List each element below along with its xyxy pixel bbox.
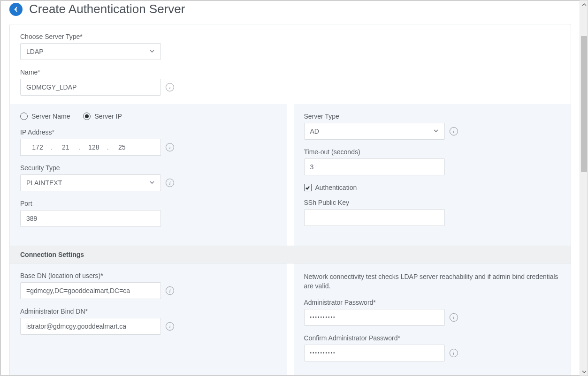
port-label: Port	[20, 200, 277, 207]
page-title: Create Authentication Server	[29, 2, 185, 16]
info-icon[interactable]: i	[166, 322, 174, 331]
binddn-label: Administrator Bind DN*	[20, 308, 277, 315]
confirm-pw-label: Confirm Administrator Password*	[304, 334, 561, 342]
arrow-left-icon	[12, 6, 20, 13]
info-icon[interactable]: i	[166, 286, 174, 295]
ip-address-input[interactable]: . . .	[20, 139, 161, 156]
server-type2-select[interactable]: AD	[304, 123, 445, 140]
name-label: Name*	[20, 68, 560, 76]
basedn-input[interactable]	[20, 282, 161, 299]
info-icon[interactable]: i	[166, 83, 174, 91]
server-type2-label: Server Type	[304, 113, 561, 120]
security-type-select[interactable]: PLAINTEXT	[20, 174, 161, 191]
authentication-label: Authentication	[315, 184, 357, 191]
server-type-select[interactable]: LDAP	[20, 43, 161, 60]
basedn-label: Base DN (location of users)*	[20, 272, 277, 279]
ip-octet-2[interactable]	[54, 143, 77, 151]
conn-right-panel: Network connectivity test checks LDAP se…	[294, 263, 571, 376]
admin-pw-label: Administrator Password*	[304, 299, 561, 306]
ip-octet-3[interactable]	[83, 143, 105, 151]
connection-settings-header: Connection Settings	[10, 246, 571, 263]
security-type-label: Security Type	[20, 164, 277, 172]
radio-server-name[interactable]: Server Name	[20, 113, 70, 120]
right-panel: Server Type AD i Time-out	[294, 104, 571, 246]
info-icon[interactable]: i	[166, 179, 174, 187]
ip-octet-1[interactable]	[26, 143, 49, 151]
info-icon[interactable]: i	[450, 313, 458, 322]
chevron-down-icon	[433, 128, 439, 135]
server-type-value: LDAP	[26, 48, 44, 55]
info-icon[interactable]: i	[450, 127, 458, 135]
scroll-up-arrow-icon[interactable]	[580, 0, 588, 8]
ip-address-label: IP Address*	[20, 128, 277, 136]
timeout-input[interactable]	[304, 158, 445, 175]
conn-left-panel: Base DN (location of users)* i Administr…	[10, 263, 287, 376]
radio-server-name-label: Server Name	[31, 113, 70, 120]
confirm-pw-input[interactable]: ••••••••••	[304, 345, 445, 361]
left-panel: Server Name Server IP IP Address* .	[10, 104, 287, 246]
binddn-input[interactable]	[20, 318, 161, 335]
name-input[interactable]	[20, 79, 161, 96]
radio-server-ip[interactable]: Server IP	[83, 113, 122, 120]
scroll-down-arrow-icon[interactable]	[580, 368, 588, 376]
timeout-label: Time-out (seconds)	[304, 148, 561, 156]
server-type-label: Choose Server Type*	[20, 33, 560, 40]
check-icon	[305, 185, 310, 190]
ssh-key-label: SSh Public Key	[304, 199, 561, 206]
connectivity-desc: Network connectivity test checks LDAP se…	[304, 272, 561, 291]
server-type2-value: AD	[310, 128, 319, 135]
info-icon[interactable]: i	[450, 349, 458, 357]
security-type-value: PLAINTEXT	[26, 179, 62, 187]
radio-server-ip-label: Server IP	[94, 113, 122, 120]
authentication-checkbox[interactable]: Authentication	[304, 184, 561, 191]
ssh-key-input[interactable]	[304, 209, 445, 226]
info-icon[interactable]: i	[166, 143, 174, 151]
back-button[interactable]	[9, 3, 23, 16]
admin-pw-input[interactable]: ••••••••••	[304, 309, 445, 326]
form-card: Choose Server Type* LDAP Name* i	[9, 24, 571, 376]
port-input[interactable]	[20, 210, 161, 227]
ip-octet-4[interactable]	[111, 143, 133, 151]
scrollbar[interactable]	[580, 0, 588, 376]
chevron-down-icon	[149, 48, 155, 55]
content-viewport[interactable]: Create Authentication Server Choose Serv…	[0, 0, 580, 376]
scrollbar-thumb[interactable]	[581, 36, 587, 172]
chevron-down-icon	[149, 179, 155, 187]
